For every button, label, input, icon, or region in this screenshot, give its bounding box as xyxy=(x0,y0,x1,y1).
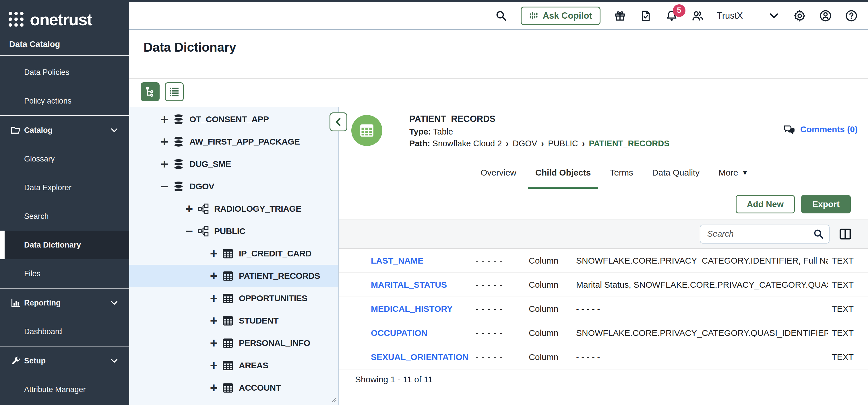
sidebar-item-data-explorer[interactable]: Data Explorer xyxy=(0,173,129,202)
expand-node-icon[interactable]: + xyxy=(207,247,220,260)
notifications-bell[interactable]: 5 xyxy=(665,9,678,22)
sidebar-item-data-policies[interactable]: Data Policies xyxy=(0,58,129,87)
resize-handle[interactable] xyxy=(330,395,337,404)
column-name-link[interactable]: OCCUPATION xyxy=(371,328,476,338)
tab-overview[interactable]: Overview xyxy=(473,159,524,189)
tree-item-label: OT_CONSENT_APP xyxy=(189,114,269,124)
collapse-panel-button[interactable] xyxy=(330,112,347,131)
tree-item-public[interactable]: −PUBLIC xyxy=(129,220,338,242)
table-icon xyxy=(220,337,236,349)
tab-label: Overview xyxy=(480,168,516,177)
tree-item-aw_first_app_package[interactable]: +AW_FIRST_APP_PACKAGE xyxy=(129,131,338,153)
tab-child-objects[interactable]: Child Objects xyxy=(528,159,598,189)
column-picker-icon[interactable] xyxy=(838,226,853,242)
gear-icon[interactable] xyxy=(794,9,806,22)
expand-node-icon[interactable]: + xyxy=(207,269,220,282)
sidebar-item-glossary[interactable]: Glossary xyxy=(0,144,129,173)
tree-item-label: IP_CREDIT_CARD xyxy=(239,249,311,259)
export-button[interactable]: Export xyxy=(801,195,851,213)
account-icon[interactable] xyxy=(819,9,832,22)
tree-view-button[interactable] xyxy=(141,82,160,101)
column-data-type: TEXT xyxy=(828,280,868,290)
tree-item-radiology_triage[interactable]: +RADIOLOGY_TRIAGE xyxy=(129,198,338,220)
search-input-icon[interactable] xyxy=(813,228,825,241)
collapse-node-icon[interactable]: − xyxy=(158,180,171,193)
brand-logo[interactable]: onetrust xyxy=(0,0,129,30)
breadcrumb-snowflake-cloud-2[interactable]: Snowflake Cloud 2 xyxy=(433,139,502,148)
object-type: Column xyxy=(529,352,576,362)
expand-node-icon[interactable]: + xyxy=(207,292,220,305)
tenant-name[interactable]: TrustX xyxy=(717,11,743,21)
table-icon xyxy=(220,247,236,260)
tab-data-quality[interactable]: Data Quality xyxy=(645,159,707,189)
expand-node-icon[interactable]: + xyxy=(158,113,171,126)
tab-more[interactable]: More▼ xyxy=(711,159,756,189)
collapse-node-icon[interactable]: − xyxy=(183,225,196,238)
tree-item-student[interactable]: +STUDENT xyxy=(129,309,338,332)
column-name-link[interactable]: SEXUAL_ORIENTATION xyxy=(371,352,476,362)
catalog-tree: +OT_CONSENT_APP+AW_FIRST_APP_PACKAGE+DUG… xyxy=(129,108,338,399)
gift-icon[interactable] xyxy=(614,9,626,22)
help-icon[interactable] xyxy=(845,9,858,22)
expand-node-icon[interactable]: + xyxy=(207,336,220,350)
expand-node-icon[interactable]: + xyxy=(183,202,196,215)
tree-item-dug_sme[interactable]: +DUG_SME xyxy=(129,153,338,175)
column-name-link[interactable]: MARITAL_STATUS xyxy=(371,280,476,290)
onetrust-dots-icon xyxy=(9,12,24,27)
expand-node-icon[interactable]: + xyxy=(207,314,220,327)
page-title: Data Dictionary xyxy=(144,40,236,55)
search-icon[interactable] xyxy=(495,9,507,22)
chevron-down-icon[interactable] xyxy=(110,126,119,135)
sidebar-item-label: Data Explorer xyxy=(24,183,71,192)
sidebar-item-attribute-manager[interactable]: Attribute Manager xyxy=(0,375,129,404)
breadcrumb-dgov[interactable]: DGOV xyxy=(513,139,537,148)
comments-link[interactable]: Comments (0) xyxy=(783,123,858,136)
tree-item-account[interactable]: +ACCOUNT xyxy=(129,377,338,399)
sidebar-item-policy-actions[interactable]: Policy actions xyxy=(0,87,129,115)
tree-item-opportunities[interactable]: +OPPORTUNITIES xyxy=(129,287,338,309)
sidebar-item-catalog[interactable]: Catalog xyxy=(0,116,129,144)
list-view-button[interactable] xyxy=(165,82,184,101)
tab-terms[interactable]: Terms xyxy=(602,159,641,189)
tree-item-areas[interactable]: +AREAS xyxy=(129,354,338,377)
chevron-down-icon[interactable] xyxy=(110,356,119,365)
tree-item-ot_consent_app[interactable]: +OT_CONSENT_APP xyxy=(129,108,338,131)
expand-node-icon[interactable]: + xyxy=(207,359,220,372)
users-icon[interactable] xyxy=(691,9,704,22)
tree-item-ip_credit_card[interactable]: +IP_CREDIT_CARD xyxy=(129,242,338,265)
chevron-down-icon[interactable] xyxy=(110,298,119,307)
add-new-button[interactable]: Add New xyxy=(736,195,795,213)
notification-badge: 5 xyxy=(673,4,685,17)
ask-copilot-button[interactable]: Ask Copilot xyxy=(521,7,600,25)
detail-tabs: OverviewChild ObjectsTermsData QualityMo… xyxy=(339,159,868,189)
product-name: Data Catalog xyxy=(0,30,129,54)
expand-node-icon[interactable]: + xyxy=(158,135,171,148)
sidebar-item-label: Attribute Manager xyxy=(24,385,86,394)
table-search-input[interactable] xyxy=(700,225,830,243)
sidebar-item-reporting[interactable]: Reporting xyxy=(0,289,129,317)
tree-item-label: STUDENT xyxy=(239,316,278,326)
folder-icon xyxy=(10,125,22,136)
column-data-type: TEXT xyxy=(828,304,868,314)
chevron-left-icon xyxy=(334,117,343,127)
sidebar-item-dashboard[interactable]: Dashboard xyxy=(0,317,129,346)
sidebar-item-search[interactable]: Search xyxy=(0,202,129,231)
tree-item-label: RADIOLOGY_TRIAGE xyxy=(214,204,301,214)
tree-item-personal_info[interactable]: +PERSONAL_INFO xyxy=(129,332,338,354)
expand-node-icon[interactable]: + xyxy=(207,381,220,394)
expand-node-icon[interactable]: + xyxy=(158,158,171,171)
breadcrumb-public[interactable]: PUBLIC xyxy=(548,139,578,148)
column-name-link[interactable]: LAST_NAME xyxy=(371,256,476,266)
sidebar-item-setup[interactable]: Setup xyxy=(0,346,129,375)
table-row: OCCUPATION- - - - -ColumnSNOWFLAKE.CORE.… xyxy=(339,321,868,345)
tree-item-label: OPPORTUNITIES xyxy=(239,294,307,303)
document-check-icon[interactable] xyxy=(640,9,652,22)
chevron-down-icon[interactable] xyxy=(768,9,780,22)
sidebar-item-files[interactable]: Files xyxy=(0,259,129,288)
tree-item-patient_records[interactable]: +PATIENT_RECORDS xyxy=(129,265,338,287)
sidebar-item-label: Files xyxy=(24,269,40,278)
tree-item-dgov[interactable]: −DGOV xyxy=(129,175,338,198)
sidebar-item-data-dictionary[interactable]: Data Dictionary xyxy=(0,231,129,259)
breadcrumb-patient_records: PATIENT_RECORDS xyxy=(589,139,670,148)
column-name-link[interactable]: MEDICAL_HISTORY xyxy=(371,304,476,314)
